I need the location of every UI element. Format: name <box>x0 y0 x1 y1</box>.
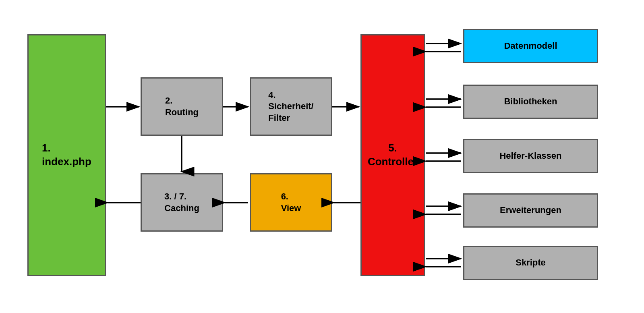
box-bibliotheken: Bibliotheken <box>463 85 598 119</box>
box-helfer: Helfer-Klassen <box>463 139 598 173</box>
box-routing-label: 2. Routing <box>165 95 199 118</box>
box-caching: 3. / 7. Caching <box>141 173 223 232</box>
box-erweiterungen: Erweiterungen <box>463 193 598 228</box>
box-controller: 5. Controller <box>360 34 425 276</box>
box-erweiterungen-label: Erweiterungen <box>500 205 561 216</box>
box-bibliotheken-label: Bibliotheken <box>504 96 557 108</box>
box-helfer-label: Helfer-Klassen <box>499 150 561 162</box>
box-view-label: 6. View <box>281 191 301 214</box>
box-caching-label: 3. / 7. Caching <box>164 191 199 214</box>
box-security: 4. Sicherheit/ Filter <box>250 77 332 136</box>
box-datenmodell-label: Datenmodell <box>504 40 557 52</box>
box-index: 1. index.php <box>27 34 106 276</box>
box-datenmodell: Datenmodell <box>463 29 598 63</box>
diagram: 1. index.php 2. Routing 4. Sicherheit/ F… <box>0 0 644 313</box>
box-view: 6. View <box>250 173 332 232</box>
box-routing: 2. Routing <box>141 77 223 136</box>
box-controller-label: 5. Controller <box>368 141 418 169</box>
box-security-label: 4. Sicherheit/ Filter <box>268 89 313 124</box>
box-skripte-label: Skripte <box>516 257 546 269</box>
box-index-label: 1. index.php <box>42 141 91 169</box>
box-skripte: Skripte <box>463 246 598 280</box>
